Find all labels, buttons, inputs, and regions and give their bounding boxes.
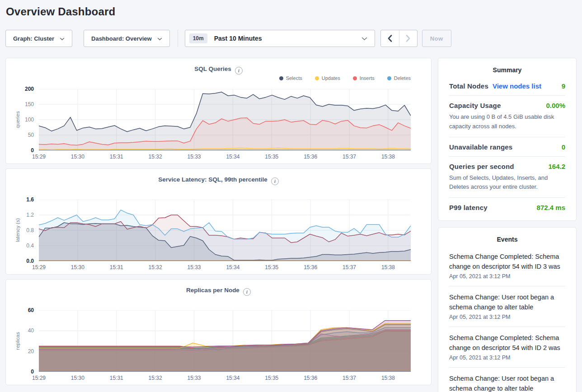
events-title: Events <box>449 236 565 246</box>
chart-title: SQL Queries <box>194 65 231 72</box>
legend-item-updates[interactable]: Updates <box>315 75 340 81</box>
next-window-button[interactable] <box>399 30 417 47</box>
legend-dot <box>279 76 283 80</box>
x-axis-tick-label: 15:38 <box>377 375 399 381</box>
x-axis-tick-label: 15:31 <box>106 264 127 271</box>
y-axis-tick-label: 0 <box>7 369 34 375</box>
summary-row-total-nodes: Total Nodes View nodes list 9 <box>449 76 565 96</box>
x-axis-tick-label: 15:33 <box>183 264 205 271</box>
legend-dot <box>353 76 357 80</box>
x-axis-tick-label: 15:31 <box>106 154 127 160</box>
chart-plot-area[interactable] <box>39 200 411 261</box>
event-item[interactable]: Schema Change Completed: Schema change o… <box>449 327 565 367</box>
chevron-down-icon <box>60 35 65 42</box>
charts-column: SQL Queriesi SelectsUpdatesInsertsDelete… <box>5 58 432 390</box>
total-nodes-value: 9 <box>562 82 565 90</box>
legend-item-selects[interactable]: Selects <box>279 75 302 81</box>
qps-value: 164.2 <box>548 163 565 170</box>
view-nodes-list-link[interactable]: View nodes list <box>493 82 541 90</box>
x-axis-tick-label: 15:38 <box>377 154 399 160</box>
y-axis-tick-label: 20 <box>7 348 34 355</box>
x-axis-tick-label: 15:29 <box>28 154 50 160</box>
qps-label: Queries per second <box>449 163 514 170</box>
event-item[interactable]: Schema Change Completed: Schema change o… <box>449 246 565 286</box>
event-text: Schema Change: User root began a schema … <box>449 292 565 312</box>
chart-plot-area[interactable] <box>39 310 411 372</box>
x-axis-tick-label: 15:34 <box>222 154 244 160</box>
x-axis-tick-label: 15:33 <box>183 154 205 160</box>
dashboard-dropdown[interactable]: Dashboard: Overview <box>84 30 170 47</box>
x-axis-tick-label: 15:32 <box>145 264 166 271</box>
chart-panel-sql-queries: SQL Queriesi SelectsUpdatesInsertsDelete… <box>5 58 432 164</box>
x-axis-tick-label: 15:36 <box>300 375 321 381</box>
graph-dropdown-label: Graph: Cluster <box>13 35 54 42</box>
chevron-right-icon <box>406 35 410 42</box>
y-axis-tick-label: 200 <box>7 86 34 92</box>
chart-title: Replicas per Node <box>186 287 239 294</box>
x-axis-tick-label: 15:31 <box>106 375 127 381</box>
chart-replicas-per-node: replicas 020406015:2915:3015:3115:3215:3… <box>6 305 431 385</box>
legend-label: Updates <box>322 75 340 81</box>
p99-latency-label: P99 latency <box>449 204 488 211</box>
y-axis-tick-label: 50 <box>7 132 34 138</box>
time-range-picker[interactable]: 10m Past 10 Minutes <box>185 30 375 47</box>
qps-description: Sum of Selects, Updates, Inserts, and De… <box>449 173 565 192</box>
summary-row-capacity: Capacity Usage 0.00% You are using 0 B o… <box>449 96 565 137</box>
y-axis-tick-label: 100 <box>7 117 34 123</box>
chart-plot-area[interactable] <box>39 89 411 150</box>
chevron-down-icon <box>361 34 367 42</box>
legend-item-inserts[interactable]: Inserts <box>353 75 375 81</box>
summary-row-p99: P99 latency 872.4 ms <box>449 198 565 217</box>
x-axis-tick-label: 15:29 <box>28 375 50 381</box>
summary-title: Summary <box>449 66 565 76</box>
chevron-left-icon <box>388 35 392 42</box>
x-axis-tick-label: 15:30 <box>67 264 89 271</box>
event-text: Schema Change Completed: Schema change o… <box>449 333 565 353</box>
x-axis-tick-label: 15:30 <box>67 375 89 381</box>
x-axis-tick-label: 15:32 <box>145 154 166 160</box>
event-timestamp: Apr 05, 2021 at 3:12 PM <box>449 355 565 361</box>
legend-item-deletes[interactable]: Deletes <box>387 75 411 81</box>
y-axis-tick-label: 0 <box>7 147 34 154</box>
legend-dot <box>315 76 319 80</box>
event-item[interactable]: Schema Change: User root began a schema … <box>449 286 565 327</box>
toolbar: Graph: Cluster Dashboard: Overview 10m P… <box>5 30 451 47</box>
y-axis-tick-label: 0.8 <box>7 227 34 233</box>
total-nodes-label: Total Nodes <box>449 82 488 90</box>
x-axis-tick-label: 15:32 <box>145 375 166 381</box>
legend-label: Selects <box>286 75 302 81</box>
chart-title: Service Latency: SQL, 99th percentile <box>158 176 268 183</box>
x-axis-tick-label: 15:33 <box>183 375 205 381</box>
capacity-description: You are using 0 B of 4.5 GiB usable disk… <box>449 112 565 131</box>
capacity-value: 0.00% <box>546 102 565 109</box>
chart-legend: SelectsUpdatesInsertsDeletes <box>6 75 431 84</box>
x-axis-tick-label: 15:35 <box>261 264 282 271</box>
summary-card: Summary Total Nodes View nodes list 9 Ca… <box>438 58 577 221</box>
x-axis-tick-label: 15:36 <box>300 264 321 271</box>
x-axis-tick-label: 15:36 <box>300 154 321 160</box>
info-icon[interactable]: i <box>235 67 243 75</box>
chart-service-latency: latency (s) 0.00.40.81.21.615:2915:3015:… <box>6 194 431 275</box>
graph-dropdown[interactable]: Graph: Cluster <box>5 30 72 47</box>
y-axis-tick-label: 1.6 <box>7 196 34 203</box>
sidebar: Summary Total Nodes View nodes list 9 Ca… <box>438 58 577 392</box>
x-axis-tick-label: 15:38 <box>377 264 399 271</box>
x-axis-tick-label: 15:29 <box>28 264 50 271</box>
event-timestamp: Apr 05, 2021 at 3:12 PM <box>449 314 565 320</box>
prev-window-button[interactable] <box>381 30 399 47</box>
y-axis-tick-label: 40 <box>7 327 34 334</box>
info-icon[interactable]: i <box>271 177 279 185</box>
event-timestamp: Apr 05, 2021 at 3:12 PM <box>449 273 565 280</box>
x-axis-tick-label: 15:34 <box>222 264 244 271</box>
time-window-badge: 10m <box>189 33 207 43</box>
event-text: Schema Change Completed: Schema change o… <box>449 252 565 271</box>
event-item[interactable]: Schema Change: User root began a schema … <box>449 367 565 392</box>
y-axis-tick-label: 150 <box>7 101 34 107</box>
now-button[interactable]: Now <box>422 30 451 47</box>
y-axis-tick-label: 1.2 <box>7 212 34 218</box>
unavailable-ranges-value: 0 <box>562 143 565 151</box>
chart-panel-replicas-per-node: Replicas per Nodei replicas 020406015:29… <box>5 279 432 385</box>
info-icon[interactable]: i <box>243 288 251 296</box>
x-axis-tick-label: 15:37 <box>338 264 360 271</box>
p99-latency-value: 872.4 ms <box>537 204 565 211</box>
